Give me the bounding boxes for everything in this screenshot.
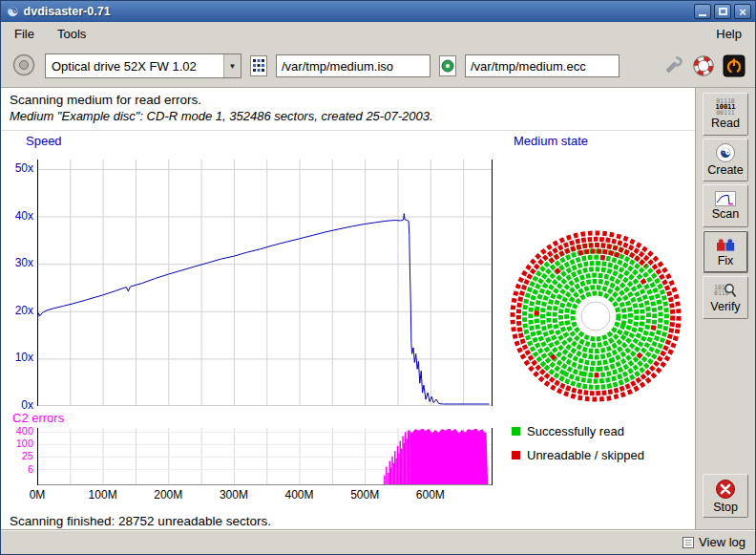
scan-graph-icon (715, 191, 736, 206)
medium-state-title: Medium state (514, 134, 588, 148)
stop-label: Stop (713, 501, 738, 514)
main-panel: Scanning medium for read errors. Medium … (1, 87, 696, 529)
read-icon: 01110 10011 00111 (715, 98, 735, 116)
minimize-button[interactable] (694, 4, 711, 19)
iso-path-input[interactable] (276, 54, 430, 77)
read-button[interactable]: 01110 10011 00111 Read (703, 93, 748, 136)
speed-chart-title: Speed (26, 134, 62, 148)
verify-button[interactable]: 1011 0110 Verify (703, 276, 748, 319)
chart-area: Speed C2 errors 0x10x20x30x40x50x6251004… (1, 132, 494, 514)
speed-chart (37, 160, 493, 406)
power-icon (723, 54, 746, 77)
action-sidebar: 01110 10011 00111 Read ☯ Create Scan (696, 87, 755, 529)
menu-tools[interactable]: Tools (53, 25, 90, 43)
status-block: Scanning medium for read errors. Medium … (1, 88, 695, 131)
puzzle-icon (715, 236, 736, 253)
quit-power-button[interactable] (723, 54, 746, 77)
fix-button[interactable]: Fix (703, 230, 748, 273)
app-icon: ☯ (7, 5, 19, 18)
stop-button[interactable]: Stop (703, 474, 748, 518)
yin-yang-icon: ☯ (716, 143, 735, 162)
minimize-icon (699, 14, 706, 16)
menubar: File Tools Help (1, 22, 755, 45)
legend-unreadable-swatch (512, 451, 520, 459)
legend-unreadable: Unreadable / skipped (512, 448, 644, 462)
medium-state-area: Medium state Successfully read Unreadabl… (494, 132, 695, 514)
verify-label: Verify (710, 300, 740, 313)
magnifier-icon (723, 283, 737, 299)
c2-chart-title: C2 errors (12, 411, 64, 425)
read-label: Read (711, 117, 740, 130)
titlebar[interactable]: ☯ dvdisaster-0.71 × (1, 1, 755, 22)
window-controls: × (691, 4, 751, 19)
lifesaver-icon (692, 54, 715, 77)
scan-label: Scan (712, 207, 740, 221)
close-icon: × (739, 6, 746, 18)
drive-select-value: Optical drive 52X FW 1.02 (46, 59, 223, 74)
preferences-button[interactable] (662, 54, 684, 77)
verify-icon: 1011 0110 (714, 283, 737, 299)
view-log-label: View log (699, 535, 746, 549)
drive-eject-button[interactable] (10, 53, 37, 79)
stop-icon (715, 479, 736, 500)
maximize-icon (719, 8, 727, 15)
legend-success-swatch (512, 427, 520, 436)
scan-result-status: Scanning finished: 28752 unreadable sect… (10, 514, 271, 528)
ecc-path-input[interactable] (465, 54, 620, 77)
legend-success-label: Successfully read (527, 424, 624, 438)
menu-help[interactable]: Help (712, 25, 746, 43)
fix-label: Fix (718, 254, 734, 267)
app-window: ☯ dvdisaster-0.71 × File Tools Help Opti… (0, 0, 756, 555)
iso-file-icon (249, 54, 268, 77)
drive-icon (11, 53, 36, 77)
c2-errors-chart (37, 428, 493, 485)
bottombar: View log (1, 529, 755, 554)
create-label: Create (707, 163, 744, 177)
close-button[interactable]: × (734, 4, 751, 19)
maximize-button[interactable] (714, 4, 731, 19)
dropdown-arrow-icon: ▼ (223, 54, 241, 77)
ecc-file-icon (438, 54, 457, 77)
log-icon (682, 537, 694, 548)
view-log-button[interactable]: View log (682, 535, 746, 549)
legend-success: Successfully read (512, 424, 644, 438)
lifesaver-button[interactable] (692, 54, 715, 77)
scan-button[interactable]: Scan (703, 184, 748, 227)
drive-select[interactable]: Optical drive 52X FW 1.02 ▼ (45, 53, 242, 78)
window-title: dvdisaster-0.71 (24, 5, 111, 18)
disc-visualization (507, 227, 684, 405)
menu-file[interactable]: File (10, 25, 38, 43)
disc-legend: Successfully read Unreadable / skipped (512, 424, 644, 462)
wrench-icon (662, 54, 684, 77)
legend-unreadable-label: Unreadable / skipped (527, 448, 644, 462)
status-line-1: Scanning medium for read errors. (10, 93, 686, 107)
status-line-2: Medium "Example disc": CD-R mode 1, 3524… (10, 109, 686, 123)
toolbar: Optical drive 52X FW 1.02 ▼ (1, 45, 755, 87)
create-button[interactable]: ☯ Create (703, 139, 748, 181)
